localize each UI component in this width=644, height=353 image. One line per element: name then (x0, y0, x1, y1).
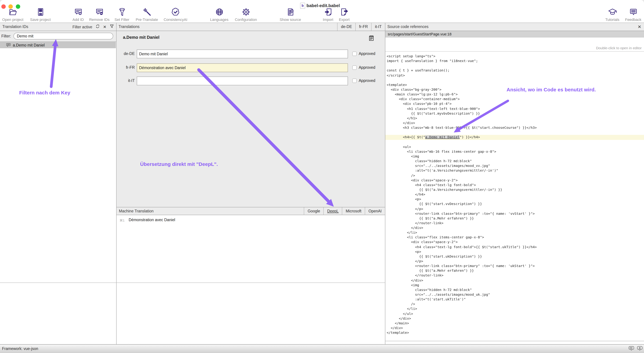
export-icon (329, 8, 360, 17)
code-line: /> (385, 173, 644, 178)
filter-funnel-icon[interactable] (110, 24, 114, 30)
code-line: <ul> (385, 144, 644, 149)
approved-checkbox-it-it[interactable] (352, 79, 357, 83)
code-line: <h4 class="text-lg font-bold"> (385, 183, 644, 187)
comment-bubble-icon (6, 42, 13, 48)
mt-shortcut: ⌘1 (120, 218, 124, 222)
machine-translation-header: Machine Translation GoogleDeepLMicrosoft… (116, 207, 385, 215)
mt-tab-deepl[interactable]: DeepL (324, 207, 342, 215)
status-translate-icon[interactable] (628, 346, 634, 352)
toolbar-button-feedback[interactable]: Feedback (618, 8, 644, 22)
mt-suggestion-row[interactable]: ⌘1Démonstration avec Daniel (116, 217, 385, 223)
approved-label: Approved (359, 79, 375, 83)
code-line: </div> (385, 326, 644, 330)
approved-label: Approved (359, 52, 375, 56)
toolbar-label: Save project (25, 18, 56, 22)
code-line (385, 64, 644, 68)
code-line: <p> (385, 197, 644, 202)
code-line: class="hidden h-72 md:block" (385, 159, 644, 164)
translation-id-label: a.Demo mit Daniel (13, 43, 45, 47)
code-line: /> (385, 302, 644, 307)
mt-tab-openai[interactable]: OpenAI (365, 207, 385, 215)
notes-icon[interactable] (368, 35, 374, 42)
approved-checkbox-fr-fr[interactable] (352, 65, 357, 70)
filter-input[interactable] (14, 33, 113, 40)
source-file-path[interactable]: src/pages/start/GuestStartPage.vue:18 (385, 31, 644, 38)
code-line: class="hidden h-72 md:block" (385, 288, 644, 292)
toolbar-button-languages[interactable]: Languages (204, 8, 235, 22)
toolbar-button-export[interactable]: Export (329, 8, 360, 22)
translation-input-fr-fr[interactable] (137, 63, 348, 72)
toolbar-label: Show source (275, 18, 306, 22)
filter-row: Filter: (0, 31, 116, 42)
refresh-icon[interactable] (95, 24, 100, 30)
code-line: src="../../assets/images/mood_uk.jpg" (385, 292, 644, 297)
annotation-source: Ansicht, wo im Code es benutzt wird. (506, 87, 596, 92)
code-line: <main class="lg:px-12 lg:pb-6"> (385, 92, 644, 97)
code-line-highlighted: <h4>{{ $t("a.Demo mit Daniel") }}</h4> (385, 135, 644, 140)
mt-tab-microsoft[interactable]: Microsoft (342, 207, 365, 215)
code-line: {{ $t("a.Mehr erfahren") }} (385, 268, 644, 273)
mt-suggestion-text: Démonstration avec Daniel (129, 218, 175, 222)
code-line: {{ $t("start.ukDescription") }} (385, 254, 644, 259)
code-line: </p> (385, 206, 644, 211)
toolbar-label: Pre-Translate (131, 18, 162, 22)
clear-filter-icon[interactable]: ✕ (103, 25, 106, 29)
toolbar-label: ConsistencyAI (160, 18, 191, 22)
code-line: <img (385, 283, 644, 288)
close-panel-icon[interactable]: ✕ (638, 24, 641, 29)
translation-id-item[interactable]: a.Demo mit Daniel (0, 42, 116, 48)
approved-label: Approved (359, 65, 375, 70)
translation-ids-header: Translation IDs Filter active ✕ (0, 23, 116, 31)
code-line: </router-link> (385, 273, 644, 278)
language-label-fr-fr: fr-FR (117, 65, 135, 70)
highlighted-translation-key[interactable]: a.Demo mit Daniel (425, 135, 460, 139)
toolbar-button-pre-translate[interactable]: Pre-Translate (131, 8, 162, 22)
code-line: </div> (385, 121, 644, 125)
translations-title: Translations (118, 25, 140, 29)
translation-input-de-de[interactable] (137, 50, 348, 58)
toolbar-button-open-project[interactable]: Open project (0, 8, 28, 22)
lang-tab-it-it[interactable]: it-IT (371, 23, 385, 31)
open-in-editor-hint: Double-click to open in editor (596, 46, 642, 50)
language-label-it-it: it-IT (117, 79, 135, 83)
code-line: src="../../assets/images/mood_vv.jpg" (385, 164, 644, 168)
source-code-view[interactable]: <script setup lang="ts">import { useTran… (385, 54, 644, 335)
filter-active-label: Filter active (72, 25, 92, 29)
code-line (385, 140, 644, 144)
toolbar-button-save-project[interactable]: Save project (25, 8, 56, 22)
machine-translation-title: Machine Translation (119, 209, 154, 213)
mt-tab-google[interactable]: Google (304, 207, 324, 215)
code-line: <div class="container-medium"> (385, 97, 644, 102)
code-line: const { t } = useTranslation(); (385, 68, 644, 73)
toolbar-button-consistencyai[interactable]: ConsistencyAI (160, 8, 191, 22)
approved-checkbox-de-de[interactable] (352, 52, 357, 56)
lang-tab-fr-fr[interactable]: fr-FR (355, 23, 371, 31)
code-line: </h4> (385, 192, 644, 197)
save-project-icon (25, 8, 56, 17)
lang-tab-de-de[interactable]: de-DE (337, 23, 355, 31)
toolbar-button-show-source[interactable]: Show source (275, 8, 306, 22)
titlebar-toolbar: b babel-edit.babel Open projectSave proj… (0, 0, 644, 23)
language-label-de-de: de-DE (117, 52, 135, 56)
machine-translation-results: ⌘1Démonstration avec Daniel (116, 215, 385, 282)
status-favorite-icon[interactable] (637, 346, 643, 352)
feedback-icon (618, 8, 644, 17)
code-line: </div> (385, 226, 644, 230)
code-line: {{ $t("start.vvDescription") }} (385, 202, 644, 206)
translation-input-it-it[interactable] (137, 77, 348, 85)
framework-status: Framework: vue-json (2, 346, 38, 351)
source-references-header: Source code references ✕ (385, 23, 644, 31)
panel-divider[interactable] (116, 23, 116, 344)
code-line: <router-link class="btn-primary" :to="{ … (385, 264, 644, 268)
code-line: <div class="space-y-2"> (385, 178, 644, 183)
code-line: <img (385, 154, 644, 159)
translations-header: Translations de-DEfr-FRit-IT (116, 23, 385, 31)
annotation-filter: Filtern nach dem Key (19, 90, 70, 95)
code-line: </script> (385, 73, 644, 78)
code-line: import { useTranslation } from "i18next-… (385, 59, 644, 63)
code-line: </li> (385, 230, 644, 235)
panel-divider[interactable] (385, 23, 385, 344)
toolbar-button-configuration[interactable]: Configuration (230, 8, 261, 22)
code-line: <h3 class="mb-8 text-blue-900">{{ $t("st… (385, 125, 644, 130)
